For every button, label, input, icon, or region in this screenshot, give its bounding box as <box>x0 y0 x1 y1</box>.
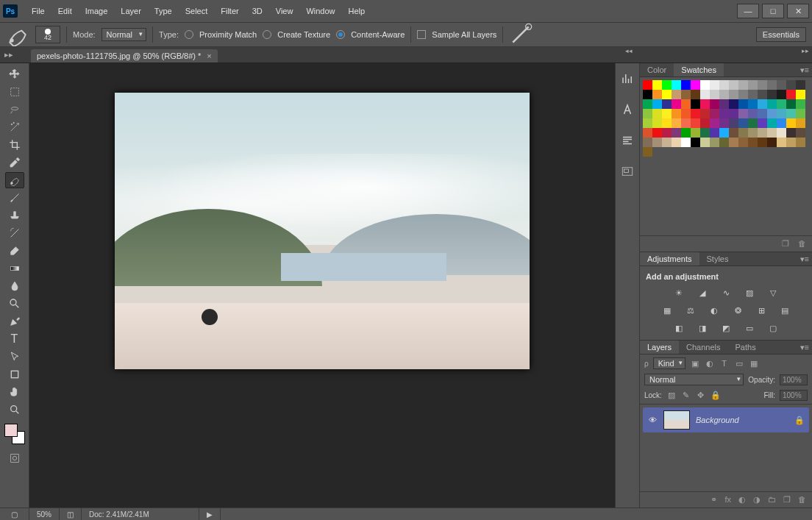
healing-brush-tool[interactable] <box>5 172 24 188</box>
swatch[interactable] <box>672 80 681 90</box>
lock-transparent-icon[interactable]: ▨ <box>666 391 677 401</box>
swatch[interactable] <box>681 118 691 128</box>
delete-swatch-icon[interactable]: 🗑 <box>798 239 806 249</box>
swatch[interactable] <box>777 138 786 147</box>
gradient-tool[interactable] <box>5 260 24 277</box>
panel-menu-icon[interactable]: ▾≡ <box>800 343 809 352</box>
status-arrow-icon[interactable]: ▶ <box>199 508 221 520</box>
filter-type-icon[interactable]: T <box>719 358 730 368</box>
panel-menu-icon[interactable]: ▾≡ <box>800 254 809 264</box>
pressure-icon[interactable] <box>509 26 533 43</box>
swatch[interactable] <box>729 80 738 90</box>
expand-panels-icon[interactable]: ▸▸ <box>799 47 812 56</box>
status-nav-icon[interactable]: ◫ <box>60 508 82 520</box>
new-swatch-icon[interactable]: ❐ <box>782 239 789 249</box>
swatch[interactable] <box>729 109 738 118</box>
paragraph-icon[interactable] <box>619 132 635 149</box>
swatch[interactable] <box>786 138 796 147</box>
swatch[interactable] <box>719 80 729 90</box>
type-radio-proximity[interactable]: Proximity Match <box>185 30 257 39</box>
swatch[interactable] <box>729 118 738 128</box>
opacity-input[interactable]: 100% <box>780 374 808 385</box>
histogram-icon[interactable] <box>619 71 635 87</box>
swatch[interactable] <box>796 118 805 128</box>
invert-icon[interactable]: ◧ <box>672 322 685 334</box>
delete-layer-icon[interactable]: 🗑 <box>798 495 806 505</box>
character-icon[interactable] <box>619 101 635 118</box>
lock-all-icon[interactable]: 🔒 <box>710 391 721 401</box>
document-tab[interactable]: pexels-photo-1121795.jpg @ 50% (RGB/8#) … <box>31 49 218 63</box>
swatch[interactable] <box>672 109 681 118</box>
current-tool-icon[interactable] <box>6 26 29 43</box>
workspace-essentials-button[interactable]: Essentials <box>756 27 806 42</box>
menu-file[interactable]: File <box>25 4 51 18</box>
tab-styles[interactable]: Styles <box>699 252 736 266</box>
eyedropper-tool[interactable] <box>5 154 24 171</box>
close-button[interactable]: ✕ <box>787 4 809 18</box>
swatch[interactable] <box>748 138 758 147</box>
swatch[interactable] <box>643 138 652 147</box>
swatch[interactable] <box>748 109 758 118</box>
swatch[interactable] <box>719 128 729 138</box>
swatch[interactable] <box>767 90 777 99</box>
swatch[interactable] <box>672 128 681 138</box>
navigator-icon[interactable] <box>619 163 635 179</box>
swatch[interactable] <box>758 118 767 128</box>
swatch[interactable] <box>691 118 700 128</box>
filter-smart-icon[interactable]: ▦ <box>749 358 759 368</box>
swatch[interactable] <box>719 109 729 118</box>
swatch[interactable] <box>786 99 796 109</box>
tab-layers[interactable]: Layers <box>640 341 679 354</box>
swatch[interactable] <box>700 138 710 147</box>
doc-size[interactable]: Doc: 2.41M/2.41M <box>82 508 199 520</box>
swatch[interactable] <box>767 118 777 128</box>
foreground-color[interactable] <box>4 424 18 437</box>
new-layer-icon[interactable]: ❐ <box>783 495 791 505</box>
swatch[interactable] <box>700 99 710 109</box>
swatch[interactable] <box>643 99 652 109</box>
history-brush-tool[interactable] <box>5 225 24 241</box>
swatch[interactable] <box>767 109 777 118</box>
dodge-tool[interactable] <box>5 296 24 312</box>
swatch[interactable] <box>691 90 700 99</box>
swatch[interactable] <box>700 118 710 128</box>
swatch[interactable] <box>710 80 719 90</box>
swatch[interactable] <box>691 109 700 118</box>
swatch[interactable] <box>652 109 662 118</box>
swatch[interactable] <box>719 99 729 109</box>
type-radio-content-aware[interactable]: Content-Aware <box>336 30 405 39</box>
layer-thumbnail[interactable] <box>663 410 690 430</box>
color-lookup-icon[interactable]: ▤ <box>778 304 791 316</box>
filter-pixel-icon[interactable]: ▣ <box>690 358 700 368</box>
swatch[interactable] <box>672 138 681 147</box>
hue-sat-icon[interactable]: ▦ <box>660 304 674 316</box>
menu-window[interactable]: Window <box>299 4 341 18</box>
swatch[interactable] <box>748 128 758 138</box>
swatch[interactable] <box>652 118 662 128</box>
swatch[interactable] <box>662 99 672 109</box>
swatch[interactable] <box>729 138 738 147</box>
shape-tool[interactable] <box>5 366 24 382</box>
swatch[interactable] <box>672 118 681 128</box>
swatch[interactable] <box>796 99 805 109</box>
swatch[interactable] <box>777 109 786 118</box>
menu-view[interactable]: View <box>269 4 300 18</box>
threshold-icon[interactable]: ◩ <box>719 322 733 334</box>
tab-swatches[interactable]: Swatches <box>674 63 724 76</box>
menu-help[interactable]: Help <box>342 4 372 18</box>
close-tab-icon[interactable]: × <box>207 51 211 60</box>
tab-paths[interactable]: Paths <box>728 341 763 354</box>
swatch[interactable] <box>748 80 758 90</box>
swatch[interactable] <box>691 99 700 109</box>
brush-tool[interactable] <box>5 190 24 206</box>
brush-preset-picker[interactable]: 42 <box>35 26 60 43</box>
swatch[interactable] <box>700 128 710 138</box>
link-layers-icon[interactable]: ⚭ <box>710 495 717 505</box>
bw-icon[interactable]: ◐ <box>708 304 721 316</box>
swatch[interactable] <box>700 109 710 118</box>
swatch[interactable] <box>719 90 729 99</box>
screen-mode-icon[interactable]: ▢ <box>0 508 29 520</box>
mode-select[interactable]: Normal <box>102 28 146 41</box>
swatch[interactable] <box>681 109 691 118</box>
brightness-icon[interactable]: ☀ <box>672 287 685 299</box>
